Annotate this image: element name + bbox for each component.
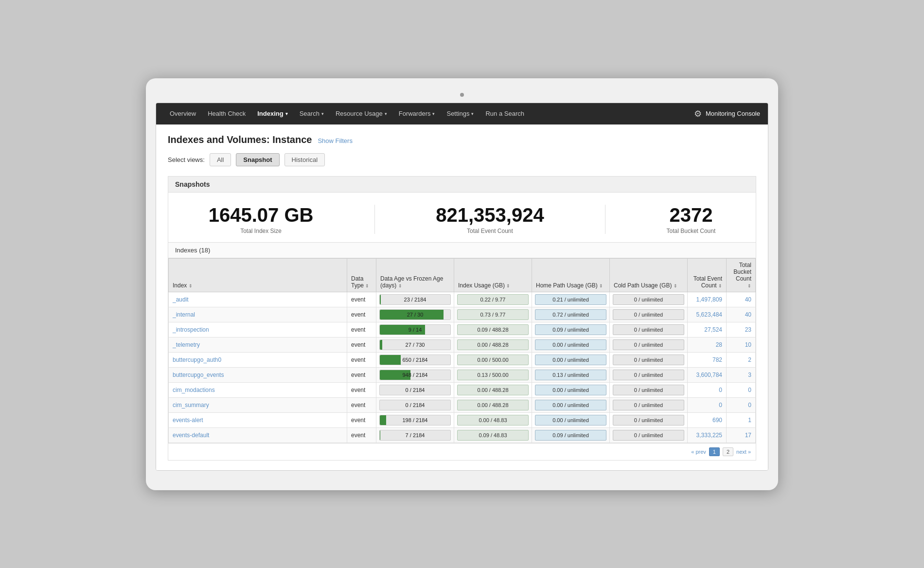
nav-run-search[interactable]: Run a Search [480,103,530,124]
bucket-count-cell: 23 [727,322,756,337]
indexes-title: Indexes (18) [168,243,756,258]
index-name-cell[interactable]: _internal [169,307,347,322]
stat-index-size-label: Total Index Size [209,228,314,234]
nav-settings[interactable]: Settings ▾ [441,103,480,124]
sort-icon-cold: ⇕ [674,284,677,288]
nav-search[interactable]: Search ▾ [294,103,330,124]
view-btn-historical[interactable]: Historical [284,153,325,166]
nav-indexing[interactable]: Indexing ▾ [251,103,293,124]
cold-path-cell: 0 / unlimited [610,307,688,322]
select-views-label: Select views: [168,156,205,163]
col-data-age[interactable]: Data Age vs Frozen Age (days) ⇕ [376,258,454,292]
col-event-count[interactable]: Total Event Count ⇕ [688,258,727,292]
index-name-cell[interactable]: _audit [169,292,347,307]
table-row: _internalevent27 / 300.73 / 9.770.72 / u… [169,307,756,322]
stat-total-event-count: 821,353,924 Total Event Count [436,204,544,234]
col-data-type[interactable]: Data Type ⇕ [347,258,376,292]
nav-resource-usage[interactable]: Resource Usage ▾ [330,103,393,124]
index-usage-cell: 0.00 / 48.83 [454,412,532,427]
data-age-cell: 198 / 2184 [376,412,454,427]
index-usage-cell: 0.09 / 488.28 [454,322,532,337]
nav-healthcheck[interactable]: Health Check [202,103,251,124]
table-row: buttercupgo_eventsevent948 / 21840.13 / … [169,367,756,382]
index-name-cell[interactable]: cim_modactions [169,382,347,397]
nav-search-arrow: ▾ [321,111,324,116]
sort-icon-age: ⇕ [398,284,402,288]
stat-divider-1 [374,205,375,234]
col-bucket-count[interactable]: Total Bucket Count ⇕ [727,258,756,292]
index-name-cell[interactable]: events-alert [169,412,347,427]
col-index[interactable]: Index ⇕ [169,258,347,292]
cold-path-cell: 0 / unlimited [610,382,688,397]
stat-event-count-label: Total Event Count [436,228,544,234]
sort-icon-datatype: ⇕ [365,284,369,288]
sort-icon-buckets: ⇕ [747,284,751,288]
index-name-cell[interactable]: events-default [169,427,347,443]
bucket-count-cell: 17 [727,427,756,443]
index-usage-cell: 0.73 / 9.77 [454,307,532,322]
bucket-count-cell: 0 [727,382,756,397]
stat-bucket-count-label: Total Bucket Count [667,228,716,234]
show-filters-link[interactable]: Show Filters [318,137,353,144]
data-age-cell: 0 / 2184 [376,382,454,397]
bucket-count-cell: 3 [727,367,756,382]
indexes-table: Index ⇕ Data Type ⇕ Data Age vs Frozen A… [168,258,756,443]
home-path-cell: 0.00 / unlimited [532,412,610,427]
page-title: Indexes and Volumes: Instance [168,134,312,145]
event-count-cell: 3,333,225 [688,427,727,443]
index-type-cell: event [347,352,376,367]
indexes-section: Indexes (18) Index ⇕ Data Type ⇕ Data Ag… [168,243,756,444]
table-row: buttercupgo_auth0event650 / 21840.00 / 5… [169,352,756,367]
stat-event-count-value: 821,353,924 [436,204,544,226]
next-page[interactable]: next » [736,449,751,455]
sort-icon-home: ⇕ [599,284,603,288]
nav-resource-arrow: ▾ [385,111,387,116]
data-age-cell: 0 / 2184 [376,397,454,412]
event-count-cell: 0 [688,397,727,412]
home-path-cell: 0.00 / unlimited [532,397,610,412]
index-type-cell: event [347,412,376,427]
index-usage-cell: 0.00 / 500.00 [454,352,532,367]
table-row: events-defaultevent7 / 21840.09 / 48.830… [169,427,756,443]
cold-path-cell: 0 / unlimited [610,427,688,443]
snapshots-section-header: Snapshots [168,176,756,193]
index-name-cell[interactable]: cim_summary [169,397,347,412]
index-usage-cell: 0.22 / 9.77 [454,292,532,307]
sort-icon-index: ⇕ [189,284,193,288]
index-type-cell: event [347,322,376,337]
cold-path-cell: 0 / unlimited [610,322,688,337]
index-name-cell[interactable]: buttercupgo_events [169,367,347,382]
bucket-count-cell: 1 [727,412,756,427]
col-home-path[interactable]: Home Path Usage (GB) ⇕ [532,258,610,292]
data-age-cell: 9 / 14 [376,322,454,337]
col-cold-path[interactable]: Cold Path Usage (GB) ⇕ [610,258,688,292]
data-age-cell: 948 / 2184 [376,367,454,382]
event-count-cell: 28 [688,337,727,352]
nav-bar: Overview Health Check Indexing ▾ Search … [156,103,768,124]
index-usage-cell: 0.00 / 488.28 [454,337,532,352]
index-name-cell[interactable]: _introspection [169,322,347,337]
event-count-cell: 782 [688,352,727,367]
index-name-cell[interactable]: _telemetry [169,337,347,352]
index-usage-cell: 0.09 / 48.83 [454,427,532,443]
page-btn-1[interactable]: 1 [709,447,720,456]
view-btn-snapshot[interactable]: Snapshot [236,153,279,166]
index-type-cell: event [347,337,376,352]
nav-overview[interactable]: Overview [164,103,202,124]
page-btn-2[interactable]: 2 [723,447,733,456]
table-row: cim_modactionsevent0 / 21840.00 / 488.28… [169,382,756,397]
index-name-cell[interactable]: buttercupgo_auth0 [169,352,347,367]
view-btn-all[interactable]: All [210,153,231,166]
index-usage-cell: 0.00 / 488.28 [454,397,532,412]
home-path-cell: 0.72 / unlimited [532,307,610,322]
prev-page[interactable]: « prev [691,449,706,455]
data-age-cell: 650 / 2184 [376,352,454,367]
table-row: _introspectionevent9 / 140.09 / 488.280.… [169,322,756,337]
stat-total-index-size: 1645.07 GB Total Index Size [209,204,314,234]
sort-icon-events: ⇕ [718,284,722,288]
home-path-cell: 0.21 / unlimited [532,292,610,307]
col-index-usage[interactable]: Index Usage (GB) ⇕ [454,258,532,292]
nav-forwarders[interactable]: Forwarders ▾ [393,103,441,124]
nav-settings-arrow: ▾ [471,111,474,116]
index-type-cell: event [347,307,376,322]
